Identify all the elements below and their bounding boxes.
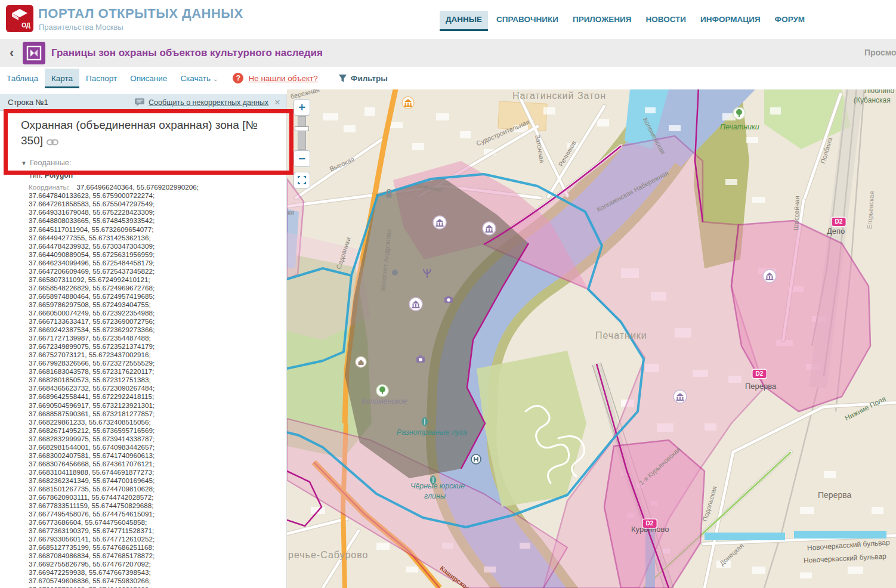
coordinate-line: 37.665807311092, 55.6724992410121; [29, 276, 286, 284]
triangle-down-icon: ▼ [21, 160, 27, 166]
coordinate-line: 37.667527073121, 55.6723437002916; [29, 351, 286, 359]
map-canvas[interactable]: бережнаяНагатинский ЗатонЛюблино(Кубанск… [287, 89, 896, 588]
coordinate-line: 37.6705749606836, 55.674759830266; [29, 577, 286, 585]
coordinate-line: 37.6667133633417, 55.6723690072756; [29, 317, 286, 326]
coordinate-line: 37.6678620903111, 55.6744742028572; [29, 493, 286, 502]
link-icon[interactable] [47, 134, 58, 150]
geometry-type: Тип: Polygon [29, 171, 286, 180]
coordinate-line: 37.6660500074249, 55.6723922354988; [29, 309, 286, 317]
coordinate-line: 37.6682981544001, 55.6740983442657; [29, 443, 286, 451]
house-icon [356, 357, 366, 367]
zoom-in-button[interactable]: + [293, 99, 310, 116]
row-label: Строка №1 [8, 98, 48, 107]
coordinate-line: 37.6645117011904, 55.6732609654077; [29, 225, 286, 234]
zoom-slider[interactable] [298, 116, 306, 150]
coordinate-line: 37.6646234099496, 55.6725484458179; [29, 259, 286, 267]
coordinate-line: 37.6677495458076, 55.6744754615091; [29, 510, 286, 518]
nav-item-novosti[interactable]: НОВОСТИ [640, 11, 693, 29]
funnel-icon [338, 74, 347, 83]
coordinate-line: 37.6688587590361, 55.6732181277857; [29, 410, 286, 418]
coordinate-line: 37.664494277355, 55.6731425362136; [29, 234, 286, 242]
zoom-slider-handle[interactable] [295, 126, 309, 131]
coordinate-line: 37.6682671495212, 55.6736595716569; [29, 426, 286, 435]
tab-tablica[interactable]: Таблица [0, 69, 45, 88]
coordinate-line: 37.6683076456668, 55.6743617076121; [29, 460, 286, 468]
coordinate-line: 37.6687084986834, 55.6747685178872; [29, 552, 286, 560]
geodata-toggle[interactable]: ▼Геоданные: [21, 158, 286, 167]
coordinate-line: 37.6685127735199, 55.6747686251168; [29, 543, 286, 552]
coordinate-line: 37.6649331679048, 55.6752228423309; [29, 208, 286, 216]
coordinate-line: Координаты: 37.664966240364, 55.67692029… [29, 183, 286, 191]
coordinate-line: 37.6681501267735, 55.6744709810628; [29, 485, 286, 493]
coordinate-line: 37.6644784239932, 55.6730347304309; [29, 242, 286, 250]
coordinate-line: 37.6692755826795, 55.674767207092; [29, 560, 286, 568]
coordinate-line: 37.6647840133623, 55.6759000722274; [29, 191, 286, 200]
dataset-icon [23, 42, 45, 64]
map-zoom-controls: + − [293, 99, 310, 188]
not-found-link[interactable]: Не нашли объект? [248, 74, 317, 83]
download-button[interactable]: Скачать⌄ [174, 69, 224, 88]
coordinate-line: 37.66773686604, 55.6744756045858; [29, 518, 286, 527]
coordinate-line: 37.6658548226829, 55.6724969672768; [29, 284, 286, 292]
helipad-icon [471, 454, 481, 464]
logo-abbr: ОД [21, 22, 30, 29]
tab-pasport[interactable]: Паспорт [79, 69, 123, 88]
portal-title: ПОРТАЛ ОТКРЫТЫХ ДАННЫХ [38, 6, 243, 21]
portal-logo[interactable]: ОД [6, 5, 35, 35]
views-label: Просмотре [864, 48, 896, 57]
coordinate-line: 37.6647206609469, 55.6725437345822; [29, 267, 286, 276]
tree-icon [376, 385, 388, 397]
nav-item-spravochniki[interactable]: СПРАВОЧНИКИ [490, 11, 564, 29]
tab-karta[interactable]: Карта [45, 69, 79, 88]
nav-item-forum[interactable]: ФОРУМ [769, 11, 811, 29]
coordinate-line: 37.6679928326566, 55.6723272555529; [29, 359, 286, 367]
tree-icon [733, 107, 745, 119]
breadcrumb-bar: ‹ Границы зон охраны объектов культурног… [0, 39, 896, 67]
coordinate-line: 37.6689642558441, 55.6722922418115; [29, 392, 286, 401]
nav-item-informaciya[interactable]: ИНФОРМАЦИЯ [694, 11, 767, 29]
museum-icon [483, 222, 496, 235]
report-bubble-icon [134, 98, 145, 107]
chevron-down-icon: ⌄ [213, 76, 218, 82]
filters-button[interactable]: Фильтры [338, 74, 388, 83]
main-nav: ДАННЫЕ СПРАВОЧНИКИ ПРИЛОЖЕНИЯ НОВОСТИ ИН… [440, 11, 813, 29]
coordinate-line: 37.6647261858583, 55.6755047297549; [29, 200, 286, 208]
tab-opisanie[interactable]: Описание [123, 69, 174, 88]
coordinate-line: 37.668229861233, 55.6732408515056; [29, 418, 286, 426]
coordinate-line: 37.6677363190379, 55.6747711528371; [29, 527, 286, 535]
fullscreen-button[interactable] [293, 172, 310, 188]
dataset-title: Границы зон охраны объектов культурного … [51, 47, 323, 59]
coordinate-line: 37.6669242387534, 55.6723629273366; [29, 326, 286, 334]
zoom-out-button[interactable]: − [293, 150, 310, 167]
coordinate-line: 37.669472259938, 55.6747667398543; [29, 568, 286, 577]
coordinate-line: 37.6659786297508, 55.672493404755; [29, 301, 286, 309]
coordinate-line: 37.6644090889054, 55.6725631956959; [29, 250, 286, 259]
nav-item-prilozheniya[interactable]: ПРИЛОЖЕНИЯ [567, 11, 638, 29]
portal-subtitle: Правительства Москвы [39, 23, 123, 32]
close-icon[interactable]: × [274, 97, 280, 107]
help-icon[interactable]: ? [233, 73, 243, 83]
coordinate-line: 37.6658974880464, 55.6724957419685; [29, 292, 286, 301]
museum-plain-icon [402, 97, 414, 109]
nav-item-dannye[interactable]: ДАННЫЕ [440, 11, 488, 29]
coordinate-line: 37.6679330560141, 55.6747712610252; [29, 535, 286, 543]
coordinate-line: 37.6683002407581, 55.6741740960613; [29, 451, 286, 460]
zone-title: Охранная (объединенная охранная) зона [№… [21, 117, 271, 149]
coordinate-line: 37.6690504596917, 55.6732123921301; [29, 401, 286, 410]
museum-icon [409, 298, 422, 311]
feature-panel: Строка №1 Сообщить о некорректных данных… [0, 94, 287, 588]
page: ОД ПОРТАЛ ОТКРЫТЫХ ДАННЫХ Правительства … [0, 0, 896, 588]
coordinate-line: 37.6672349899075, 55.6723521374179; [29, 342, 286, 351]
report-incorrect-data-link[interactable]: Сообщить о некорректных данных [149, 98, 268, 107]
coordinate-line: 37.6683104118988, 55.6744691877273; [29, 468, 286, 476]
museum-icon [673, 390, 687, 403]
coordinate-line: 37.6682832999975, 55.6739414338787; [29, 435, 286, 443]
map-base [287, 89, 896, 588]
coordinate-line: 37.6677833511159, 55.6744750829688; [29, 502, 286, 510]
back-button[interactable]: ‹ [10, 45, 14, 61]
feature-panel-header: Строка №1 Сообщить о некорректных данных… [0, 94, 286, 111]
coordinate-line: 37.670625720128, 55.6748429315629; [29, 586, 286, 588]
museum-icon [433, 216, 446, 229]
tab-row: Таблица Карта Паспорт Описание Скачать⌄ … [0, 67, 896, 89]
coordinate-line: 37.6682801850573, 55.672312751383; [29, 376, 286, 384]
